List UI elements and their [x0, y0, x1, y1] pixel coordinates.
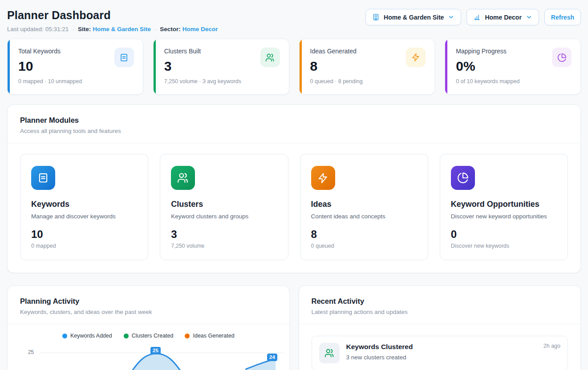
stat-value: 0%: [456, 59, 519, 74]
data-point-badge: 25: [150, 347, 161, 354]
legend-dot-green: [124, 334, 129, 338]
y-axis-tick: 25: [8, 349, 34, 355]
stats-row: Total Keywords 10 0 mapped · 10 unmapped…: [7, 39, 581, 95]
users-icon: [260, 48, 280, 67]
stat-label: Mapping Progress: [456, 48, 519, 55]
pie-chart-icon: [552, 48, 572, 67]
module-card-clusters[interactable]: Clusters Keyword clusters and groups 3 7…: [160, 154, 288, 260]
sector-label: Sector:: [160, 26, 181, 32]
stat-sub: 0 mapped · 10 unmapped: [18, 78, 82, 84]
panel-title: Planning Activity: [20, 297, 277, 306]
panel-subtitle: Access all planning tools and features: [20, 128, 568, 134]
panel-title: Recent Activity: [312, 297, 568, 306]
stat-value: 3: [164, 59, 241, 74]
legend-label: Keywords Added: [70, 333, 112, 339]
module-desc: Content ideas and concepts: [311, 213, 417, 220]
planner-dashboard-page: Planner Dashboard Last updated: 05:31:21…: [0, 0, 588, 370]
legend-label: Ideas Generated: [193, 333, 234, 339]
module-title: Ideas: [311, 200, 417, 209]
module-title: Keyword Opportunities: [451, 200, 557, 209]
meta-separator: ·: [72, 26, 74, 32]
chevron-down-icon: [448, 14, 454, 20]
activity-item-keywords-clustered[interactable]: Keywords Clustered 2h ago 3 new clusters…: [312, 336, 568, 370]
header-left: Planner Dashboard Last updated: 05:31:21…: [7, 9, 218, 32]
legend-item-clusters-created[interactable]: Clusters Created: [124, 333, 174, 339]
stat-body: Ideas Generated 8 0 queued · 8 pending: [310, 48, 363, 87]
activity-description: 3 new clusters created: [346, 354, 561, 361]
stat-card-total-keywords: Total Keywords 10 0 mapped · 10 unmapped: [7, 39, 143, 95]
meta-separator: ·: [154, 26, 157, 32]
sector-link[interactable]: Home Decor: [182, 26, 218, 32]
activity-top-row: Keywords Clustered 2h ago: [346, 343, 561, 351]
panel-subtitle: Latest planning actions and updates: [312, 309, 568, 315]
refresh-button[interactable]: Refresh: [544, 9, 581, 25]
data-point-badge: 24: [267, 354, 277, 361]
chart-y-axis: 25: [8, 348, 40, 370]
stat-sub: 7,250 volume · 3 avg keywords: [164, 78, 241, 84]
recent-activity-card: Recent Activity Latest planning actions …: [299, 286, 581, 370]
last-updated-value: 05:31:21: [45, 26, 69, 32]
stat-body: Clusters Built 3 7,250 volume · 3 avg ke…: [164, 48, 241, 87]
sector-selector-value: Home Decor: [485, 14, 521, 21]
stat-card-mapping-progress: Mapping Progress 0% 0 of 10 keywords map…: [445, 39, 581, 95]
lightning-icon: [406, 48, 426, 67]
module-card-ideas[interactable]: Ideas Content ideas and concepts 8 0 que…: [300, 154, 428, 260]
chart-plot-area: 25 24: [40, 348, 285, 370]
activity-timestamp: 2h ago: [543, 343, 560, 349]
activity-title: Keywords Clustered: [346, 343, 413, 351]
page-title: Planner Dashboard: [7, 9, 218, 22]
bar-chart-icon: [473, 13, 481, 21]
module-value: 3: [171, 228, 277, 241]
site-link[interactable]: Home & Garden Site: [93, 26, 151, 32]
module-desc: Manage and discover keywords: [31, 213, 137, 220]
module-desc: Keyword clusters and groups: [171, 213, 277, 220]
legend-dot-orange: [185, 334, 190, 338]
users-icon: [171, 166, 195, 190]
chevron-down-icon: [526, 14, 532, 20]
module-sub: 7,250 volume: [171, 243, 277, 249]
module-title: Clusters: [171, 200, 277, 209]
header-controls: Home & Garden Site Home Decor Refresh: [365, 9, 581, 25]
page-header: Planner Dashboard Last updated: 05:31:21…: [7, 9, 581, 32]
legend-item-ideas-generated[interactable]: Ideas Generated: [185, 333, 234, 339]
module-sub: Discover new keywords: [451, 243, 557, 249]
module-value: 0: [451, 228, 557, 241]
panel-subtitle: Keywords, clusters, and ideas over the p…: [20, 309, 277, 315]
keywords-added-series: [40, 348, 285, 370]
legend-item-keywords-added[interactable]: Keywords Added: [62, 333, 112, 339]
module-desc: Discover new keyword opportunities: [451, 213, 557, 220]
stat-value: 10: [18, 59, 82, 74]
header-meta: Last updated: 05:31:21 · Site: Home & Ga…: [7, 26, 218, 32]
module-value: 10: [31, 228, 137, 241]
stat-card-ideas-generated: Ideas Generated 8 0 queued · 8 pending: [299, 39, 435, 95]
last-updated-label: Last updated:: [7, 26, 44, 32]
module-card-keywords[interactable]: Keywords Manage and discover keywords 10…: [20, 154, 148, 260]
legend-label: Clusters Created: [132, 333, 174, 339]
document-icon: [31, 166, 55, 190]
activity-chart: 25 25 24: [8, 348, 289, 370]
stat-body: Mapping Progress 0% 0 of 10 keywords map…: [456, 48, 519, 87]
chart-legend: Keywords Added Clusters Created Ideas Ge…: [8, 333, 289, 339]
panel-header: Planner Modules Access all planning tool…: [8, 105, 580, 143]
pie-chart-icon: [451, 166, 475, 190]
stat-label: Ideas Generated: [310, 48, 363, 55]
stat-label: Total Keywords: [18, 48, 82, 55]
site-label: Site:: [78, 26, 91, 32]
bottom-row: Planning Activity Keywords, clusters, an…: [7, 286, 581, 370]
stat-sub: 0 queued · 8 pending: [310, 78, 363, 84]
planning-activity-card: Planning Activity Keywords, clusters, an…: [7, 286, 290, 370]
document-icon: [114, 48, 134, 67]
module-sub: 0 mapped: [31, 243, 137, 249]
planner-modules-panel: Planner Modules Access all planning tool…: [7, 105, 581, 273]
module-value: 8: [311, 228, 417, 241]
module-title: Keywords: [31, 200, 137, 209]
modules-grid: Keywords Manage and discover keywords 10…: [8, 143, 580, 273]
lightning-icon: [311, 166, 335, 190]
module-card-keyword-opportunities[interactable]: Keyword Opportunities Discover new keywo…: [440, 154, 568, 260]
site-selector-dropdown[interactable]: Home & Garden Site: [365, 9, 461, 25]
stat-label: Clusters Built: [164, 48, 241, 55]
divider: [8, 324, 289, 324]
sector-selector-dropdown[interactable]: Home Decor: [466, 9, 539, 25]
stat-value: 8: [310, 59, 363, 74]
stat-card-clusters-built: Clusters Built 3 7,250 volume · 3 avg ke…: [153, 39, 289, 95]
